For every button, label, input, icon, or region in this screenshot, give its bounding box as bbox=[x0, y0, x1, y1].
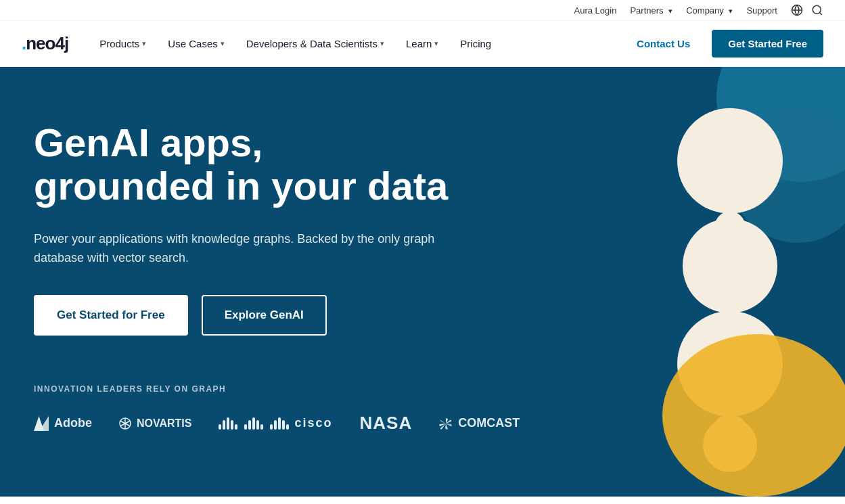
hero-section: GenAI apps, grounded in your data Power … bbox=[0, 67, 845, 497]
hero-title: GenAI apps, grounded in your data bbox=[34, 121, 520, 208]
company-link[interactable]: Company ▾ bbox=[686, 5, 733, 16]
hero-circle-yellow-bottom bbox=[662, 334, 845, 497]
nav-use-cases[interactable]: Use Cases ▾ bbox=[158, 32, 233, 55]
developers-chevron-icon: ▾ bbox=[380, 39, 384, 48]
novartis-logo: NOVARTIS bbox=[119, 417, 191, 430]
support-link[interactable]: Support bbox=[746, 5, 777, 16]
contact-us-button[interactable]: Contact Us bbox=[623, 31, 704, 56]
comcast-peacock-icon bbox=[439, 417, 453, 430]
products-chevron-icon: ▾ bbox=[142, 39, 146, 48]
svg-point-4 bbox=[677, 108, 783, 213]
nav-products[interactable]: Products ▾ bbox=[90, 32, 156, 55]
adobe-logo: Adobe bbox=[34, 416, 92, 431]
partners-link[interactable]: Partners ▾ bbox=[630, 5, 672, 16]
hero-get-started-button[interactable]: Get Started for Free bbox=[34, 295, 188, 336]
hero-buttons-group: Get Started for Free Explore GenAI bbox=[34, 295, 520, 336]
hero-decorative-shapes bbox=[507, 67, 845, 497]
partners-chevron-icon: ▾ bbox=[668, 7, 672, 15]
comcast-logo: COMCAST bbox=[439, 416, 520, 430]
svg-point-6 bbox=[683, 218, 777, 313]
adobe-icon bbox=[34, 416, 49, 431]
nav-developers[interactable]: Developers & Data Scientists ▾ bbox=[237, 32, 394, 55]
use-cases-chevron-icon: ▾ bbox=[221, 39, 225, 48]
svg-line-3 bbox=[819, 12, 821, 14]
cisco-logo: cisco bbox=[219, 416, 332, 430]
top-utility-bar: Aura Login Partners ▾ Company ▾ Support bbox=[0, 0, 845, 21]
globe-icon[interactable] bbox=[791, 4, 803, 16]
nav-right-group: Contact Us Get Started Free bbox=[623, 30, 823, 58]
nasa-logo: NASA bbox=[360, 413, 413, 434]
hero-content-area: GenAI apps, grounded in your data Power … bbox=[34, 108, 520, 434]
main-navigation: .neo4j Products ▾ Use Cases ▾ Developers… bbox=[0, 21, 845, 67]
company-chevron-icon: ▾ bbox=[729, 7, 733, 15]
partner-logos-row: Adobe NOVARTIS bbox=[34, 413, 520, 434]
svg-point-2 bbox=[813, 5, 821, 14]
innovation-label: INNOVATION LEADERS RELY ON GRAPH bbox=[34, 384, 520, 394]
cisco-bars-icon bbox=[219, 417, 289, 430]
nav-links-group: Products ▾ Use Cases ▾ Developers & Data… bbox=[90, 32, 623, 55]
aura-login-link[interactable]: Aura Login bbox=[574, 5, 617, 16]
nav-learn[interactable]: Learn ▾ bbox=[396, 32, 448, 55]
hero-description: Power your applications with knowledge g… bbox=[34, 229, 453, 269]
top-bar-icon-group bbox=[791, 4, 823, 16]
hero-explore-genai-button[interactable]: Explore GenAI bbox=[202, 295, 327, 336]
learn-chevron-icon: ▾ bbox=[434, 39, 438, 48]
search-icon[interactable] bbox=[811, 4, 823, 16]
neo4j-logo[interactable]: .neo4j bbox=[22, 33, 68, 54]
novartis-icon bbox=[119, 417, 131, 430]
get-started-free-button[interactable]: Get Started Free bbox=[712, 30, 823, 58]
nav-pricing[interactable]: Pricing bbox=[451, 32, 501, 55]
